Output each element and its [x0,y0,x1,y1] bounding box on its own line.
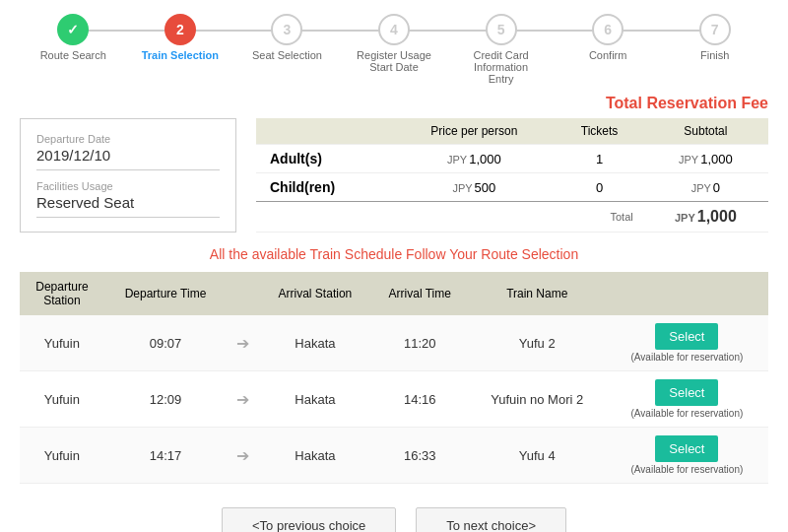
step-circle-finish: 7 [699,14,731,45]
train-name-2: Yufu 4 [469,428,606,484]
schedule-row-0: Yufuin 09:07 ➔ Hakata 11:20 Yufu 2 Selec… [20,315,768,371]
facilities-usage-value: Reserved Seat [36,194,220,218]
fee-col-tickets: Tickets [556,118,642,145]
sched-col-dep-station: DepartureStation [20,272,104,315]
fee-row-0: Adult(s) JPY1,000 1 JPY1,000 [256,145,768,173]
select-button-2[interactable]: Select [655,435,718,462]
main-content: Total Reservation Fee Departure Date 201… [0,95,788,494]
arr-station-0: Hakata [259,315,371,371]
step-label-finish: Finish [700,49,729,61]
step-confirm: 6Confirm [555,14,662,61]
select-cell-1: Select (Available for reservation) [606,371,768,428]
schedule-title: All the available Train Schedule Follow … [20,246,768,262]
stepper: ✓Route Search2Train Selection3Seat Selec… [0,0,788,95]
total-amount: JPY1,000 [643,202,768,233]
sched-col-arr-time: Arrival Time [371,272,469,315]
step-label-route-search: Route Search [40,49,106,61]
fee-price-1: JPY500 [392,173,556,202]
dep-station-0: Yufuin [20,315,104,371]
step-circle-route-search: ✓ [57,14,89,45]
fee-col-empty [256,118,392,145]
sched-col-action [606,272,768,315]
fee-label-1: Child(ren) [256,173,392,202]
step-circle-register-usage: 4 [378,14,410,45]
content-row: Departure Date 2019/12/10 Facilities Usa… [20,118,768,233]
fee-subtotal-1: JPY0 [643,173,768,202]
sched-col-arr-station: Arrival Station [259,272,371,315]
step-seat-selection: 3Seat Selection [233,14,341,61]
arr-time-0: 11:20 [371,315,469,371]
sched-col-arrow [227,272,259,315]
dep-time-2: 14:17 [104,428,227,484]
step-train-selection: 2Train Selection [127,14,234,61]
fee-table: Price per person Tickets Subtotal Adult(… [256,118,768,233]
dep-time-0: 09:07 [104,315,227,371]
bottom-buttons: <To previous choice To next choice> [0,494,788,532]
fee-col-price: Price per person [392,118,556,145]
select-cell-2: Select (Available for reservation) [606,428,768,484]
dep-time-1: 12:09 [104,371,227,428]
arr-time-1: 14:16 [371,371,469,428]
sched-col-train: Train Name [469,272,606,315]
dep-station-2: Yufuin [20,428,104,484]
train-name-0: Yufu 2 [469,315,606,371]
schedule-row-2: Yufuin 14:17 ➔ Hakata 16:33 Yufu 4 Selec… [20,428,768,484]
facilities-usage-label: Facilities Usage [36,180,220,192]
fee-tickets-0: 1 [556,145,642,173]
fee-title: Total Reservation Fee [20,95,768,112]
arrow-1: ➔ [227,371,259,428]
fee-tickets-1: 0 [556,173,642,202]
arrow-0: ➔ [227,315,259,371]
arr-time-2: 16:33 [371,428,469,484]
info-box: Departure Date 2019/12/10 Facilities Usa… [20,118,236,233]
fee-col-subtotal: Subtotal [643,118,768,145]
dep-station-1: Yufuin [20,371,104,428]
schedule-table: DepartureStation Departure Time Arrival … [20,272,768,484]
fee-price-0: JPY1,000 [392,145,556,173]
schedule-row-1: Yufuin 12:09 ➔ Hakata 14:16 Yufuin no Mo… [20,371,768,428]
next-button[interactable]: To next choice> [416,507,566,532]
arrow-2: ➔ [227,428,259,484]
step-circle-credit-card: 5 [486,14,517,45]
fee-label-0: Adult(s) [256,145,392,173]
step-label-seat-selection: Seat Selection [252,49,322,61]
step-circle-seat-selection: 3 [271,14,302,45]
step-label-register-usage: Register Usage Start Date [355,49,433,73]
select-button-0[interactable]: Select [655,323,718,350]
step-circle-confirm: 6 [592,14,624,45]
departure-date-label: Departure Date [36,133,220,145]
step-label-credit-card: Credit Card Information Entry [462,49,541,85]
fee-section: Price per person Tickets Subtotal Adult(… [256,118,768,233]
availability-0: (Available for reservation) [612,352,762,363]
step-credit-card: 5Credit Card Information Entry [447,14,555,85]
sched-col-dep-time: Departure Time [104,272,227,315]
arr-station-1: Hakata [259,371,371,428]
step-route-search: ✓Route Search [20,14,127,61]
availability-1: (Available for reservation) [612,408,762,419]
prev-button[interactable]: <To previous choice [222,507,396,532]
departure-date-value: 2019/12/10 [36,147,220,170]
train-name-1: Yufuin no Mori 2 [469,371,606,428]
arr-station-2: Hakata [259,428,371,484]
select-cell-0: Select (Available for reservation) [606,315,768,371]
step-register-usage: 4Register Usage Start Date [341,14,448,73]
step-circle-train-selection: 2 [164,14,196,45]
total-label: Total [256,202,643,233]
step-finish: 7Finish [661,14,768,61]
step-label-confirm: Confirm [589,49,627,61]
fee-row-1: Child(ren) JPY500 0 JPY0 [256,173,768,202]
select-button-1[interactable]: Select [655,379,718,406]
step-label-train-selection: Train Selection [142,49,219,61]
availability-2: (Available for reservation) [612,464,762,475]
fee-subtotal-0: JPY1,000 [643,145,768,173]
